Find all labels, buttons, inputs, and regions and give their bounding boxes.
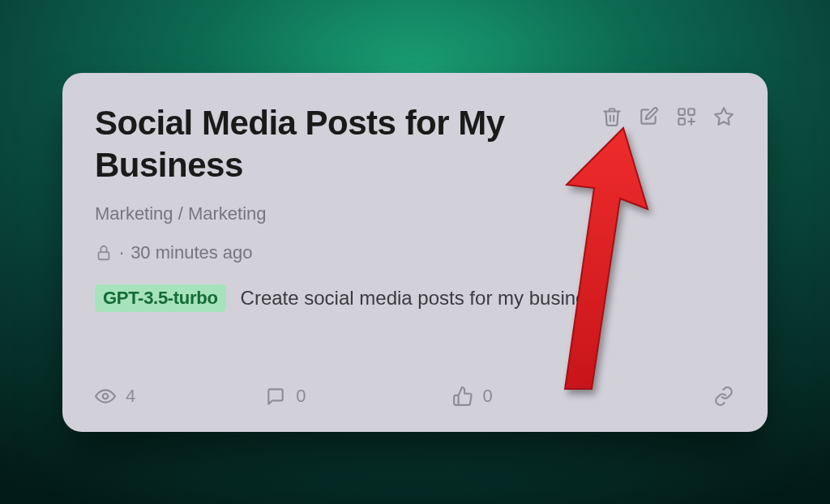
card-header: Social Media Posts for My Business xyxy=(95,102,735,187)
timestamp: 30 minutes ago xyxy=(130,242,252,263)
post-description: Create social media posts for my busines… xyxy=(241,287,606,310)
grid-plus-icon xyxy=(676,106,697,127)
post-card: Social Media Posts for My Business xyxy=(62,73,768,432)
meta-row: · 30 minutes ago xyxy=(95,242,735,263)
svg-point-7 xyxy=(103,393,109,399)
edit-button[interactable] xyxy=(638,105,661,128)
star-icon xyxy=(713,106,734,127)
views-stat[interactable]: 4 xyxy=(95,386,135,407)
delete-button[interactable] xyxy=(601,105,623,128)
description-row: GPT-3.5-turbo Create social media posts … xyxy=(95,284,735,312)
comment-icon xyxy=(265,386,286,407)
breadcrumb[interactable]: Marketing / Marketing xyxy=(95,203,735,224)
svg-rect-0 xyxy=(678,109,685,115)
card-footer: 4 0 0 xyxy=(95,385,735,408)
lock-icon xyxy=(95,244,113,262)
favorite-button[interactable] xyxy=(712,105,735,128)
model-badge: GPT-3.5-turbo xyxy=(95,284,226,312)
post-title: Social Media Posts for My Business xyxy=(95,102,549,187)
svg-rect-1 xyxy=(688,109,695,115)
card-actions xyxy=(601,105,735,128)
svg-rect-6 xyxy=(99,252,109,259)
svg-rect-2 xyxy=(678,118,685,125)
likes-count: 0 xyxy=(483,386,493,407)
views-count: 4 xyxy=(126,386,135,407)
meta-separator: · xyxy=(119,242,124,263)
eye-icon xyxy=(95,386,116,407)
copy-link-button[interactable] xyxy=(712,385,735,408)
thumbs-up-icon xyxy=(452,386,473,407)
likes-stat[interactable]: 0 xyxy=(452,386,493,407)
comments-stat[interactable]: 0 xyxy=(265,386,306,407)
comments-count: 0 xyxy=(296,386,306,407)
apps-button[interactable] xyxy=(675,105,698,128)
edit-icon xyxy=(639,106,660,127)
svg-marker-5 xyxy=(715,108,733,125)
trash-icon xyxy=(601,106,622,127)
link-icon xyxy=(713,386,734,407)
